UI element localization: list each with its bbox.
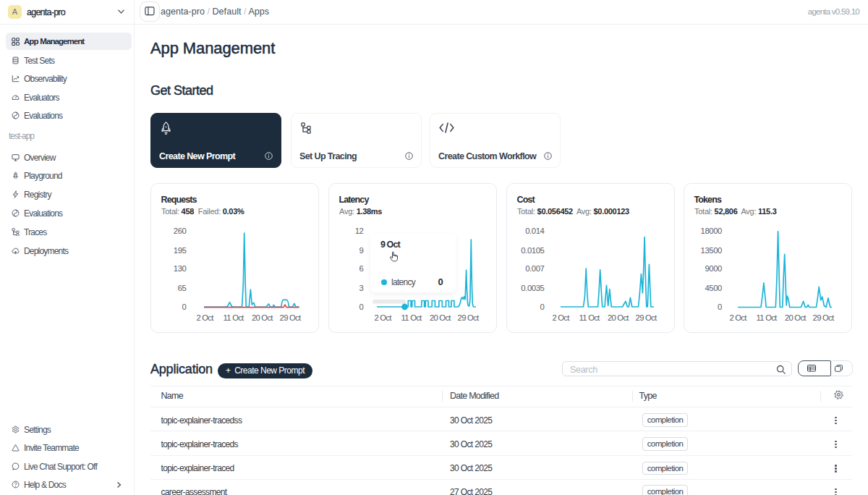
svg-text:65: 65 [178, 284, 187, 292]
svg-text:0.0105: 0.0105 [521, 246, 544, 255]
svg-text:2 Oct: 2 Oct [729, 313, 747, 322]
svg-text:0: 0 [540, 302, 545, 311]
svg-text:11 Oct: 11 Oct [757, 313, 778, 322]
svg-text:9000: 9000 [705, 264, 722, 273]
svg-text:20 Oct: 20 Oct [608, 313, 629, 322]
svg-text:12: 12 [355, 227, 364, 235]
svg-text:11 Oct: 11 Oct [579, 313, 601, 322]
svg-text:13500: 13500 [701, 246, 723, 255]
svg-text:195: 195 [174, 246, 187, 255]
svg-text:11 Oct: 11 Oct [401, 313, 423, 322]
svg-text:0: 0 [359, 302, 364, 311]
svg-text:0.014: 0.014 [525, 227, 544, 235]
svg-text:18000: 18000 [701, 227, 723, 235]
svg-text:9: 9 [359, 246, 364, 255]
svg-text:11 Oct: 11 Oct [224, 313, 245, 322]
svg-text:260: 260 [174, 227, 187, 235]
svg-text:0.007: 0.007 [525, 264, 544, 273]
svg-text:29 Oct: 29 Oct [813, 313, 835, 322]
svg-text:4500: 4500 [705, 284, 722, 292]
svg-text:0: 0 [182, 302, 187, 311]
svg-text:2 Oct: 2 Oct [552, 313, 570, 322]
svg-text:20 Oct: 20 Oct [252, 313, 273, 322]
svg-text:29 Oct: 29 Oct [280, 313, 302, 322]
svg-text:0: 0 [718, 302, 722, 311]
svg-text:20 Oct: 20 Oct [430, 313, 451, 322]
svg-text:6: 6 [359, 264, 364, 273]
svg-text:29 Oct: 29 Oct [636, 313, 658, 322]
svg-text:29 Oct: 29 Oct [458, 313, 480, 322]
svg-text:3: 3 [359, 284, 364, 292]
svg-text:130: 130 [174, 264, 187, 273]
svg-text:20 Oct: 20 Oct [785, 313, 807, 322]
svg-text:2 Oct: 2 Oct [374, 313, 392, 322]
svg-text:0.0035: 0.0035 [521, 284, 544, 292]
svg-text:2 Oct: 2 Oct [196, 313, 214, 322]
